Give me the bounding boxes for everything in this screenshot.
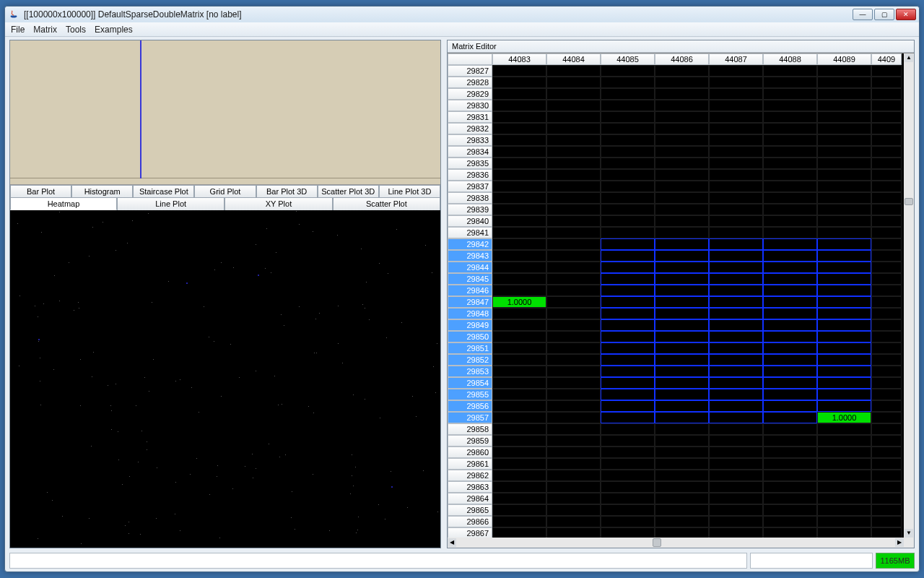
matrix-cell[interactable] <box>817 238 871 250</box>
matrix-grid[interactable]: 4408344084440854408644087440884408944092… <box>448 53 914 548</box>
matrix-cell[interactable] <box>817 319 871 331</box>
row-header[interactable]: 29851 <box>448 342 492 354</box>
matrix-cell[interactable] <box>763 88 817 100</box>
matrix-cell[interactable] <box>492 204 546 215</box>
matrix-cell[interactable] <box>763 111 817 123</box>
tab-heatmap[interactable]: Heatmap <box>10 197 117 210</box>
matrix-cell[interactable] <box>709 493 763 504</box>
matrix-cell[interactable] <box>601 88 655 100</box>
matrix-cell[interactable] <box>763 296 817 308</box>
matrix-cell[interactable] <box>492 400 546 412</box>
titlebar[interactable]: [[100000x100000]] DefaultSparseDoubleMat… <box>5 7 919 22</box>
matrix-cell[interactable] <box>871 285 902 296</box>
matrix-cell[interactable] <box>601 400 655 412</box>
matrix-cell[interactable] <box>709 158 763 169</box>
matrix-cell[interactable] <box>763 238 817 250</box>
matrix-cell[interactable] <box>871 238 902 250</box>
matrix-cell[interactable] <box>709 435 763 447</box>
row-header[interactable]: 29854 <box>448 377 492 389</box>
matrix-cell[interactable] <box>492 319 546 331</box>
matrix-cell[interactable] <box>763 389 817 400</box>
matrix-cell[interactable] <box>492 366 546 377</box>
matrix-cell[interactable] <box>546 423 601 435</box>
matrix-cell[interactable] <box>601 227 655 238</box>
matrix-cell[interactable] <box>871 134 902 146</box>
row-header[interactable]: 29842 <box>448 238 492 250</box>
matrix-cell[interactable] <box>601 493 655 504</box>
row-header[interactable]: 29840 <box>448 215 492 227</box>
matrix-cell[interactable] <box>601 377 655 389</box>
matrix-cell[interactable] <box>817 447 871 458</box>
menu-tools[interactable]: Tools <box>66 25 86 35</box>
matrix-cell[interactable] <box>601 516 655 527</box>
row-header[interactable]: 29861 <box>448 458 492 470</box>
matrix-cell[interactable] <box>601 65 655 77</box>
matrix-cell[interactable] <box>709 504 763 516</box>
matrix-cell[interactable] <box>492 331 546 342</box>
matrix-cell[interactable] <box>546 493 601 504</box>
row-header[interactable]: 29856 <box>448 400 492 412</box>
maximize-button[interactable]: ▢ <box>874 9 894 20</box>
matrix-cell[interactable] <box>546 123 601 134</box>
matrix-cell[interactable] <box>709 342 763 354</box>
matrix-cell[interactable] <box>709 366 763 377</box>
menu-file[interactable]: File <box>11 25 25 35</box>
row-header[interactable]: 29833 <box>448 134 492 146</box>
matrix-cell[interactable] <box>871 88 902 100</box>
matrix-cell[interactable] <box>709 192 763 204</box>
matrix-cell[interactable] <box>546 412 601 423</box>
matrix-cell[interactable] <box>817 227 871 238</box>
tab-scatter-plot[interactable]: Scatter Plot <box>333 197 440 210</box>
matrix-cell[interactable] <box>871 354 902 366</box>
matrix-cell[interactable] <box>817 169 871 181</box>
matrix-cell[interactable] <box>546 238 601 250</box>
matrix-cell[interactable] <box>763 134 817 146</box>
row-header[interactable]: 29838 <box>448 192 492 204</box>
matrix-cell[interactable] <box>817 308 871 319</box>
matrix-cell[interactable] <box>871 516 902 527</box>
matrix-cell[interactable] <box>871 296 902 308</box>
matrix-cell[interactable] <box>709 262 763 273</box>
matrix-cell[interactable] <box>492 516 546 527</box>
matrix-cell[interactable] <box>601 504 655 516</box>
row-header[interactable]: 29864 <box>448 493 492 504</box>
matrix-cell[interactable] <box>655 100 709 111</box>
matrix-cell[interactable] <box>546 354 601 366</box>
matrix-cell[interactable] <box>601 447 655 458</box>
matrix-cell[interactable] <box>601 100 655 111</box>
column-header[interactable]: 44086 <box>655 53 709 65</box>
scroll-left-icon[interactable]: ◀ <box>448 538 456 547</box>
matrix-cell[interactable] <box>492 308 546 319</box>
matrix-cell[interactable] <box>601 204 655 215</box>
matrix-cell[interactable] <box>763 377 817 389</box>
matrix-cell[interactable] <box>546 250 601 262</box>
row-header[interactable]: 29855 <box>448 389 492 400</box>
row-header[interactable]: 29831 <box>448 111 492 123</box>
row-header[interactable]: 29829 <box>448 88 492 100</box>
matrix-cell[interactable] <box>601 435 655 447</box>
row-header[interactable]: 29848 <box>448 308 492 319</box>
matrix-cell[interactable] <box>763 181 817 192</box>
matrix-cell[interactable] <box>601 331 655 342</box>
matrix-cell[interactable] <box>817 342 871 354</box>
matrix-cell[interactable] <box>655 470 709 481</box>
matrix-cell[interactable] <box>492 169 546 181</box>
matrix-cell[interactable] <box>601 111 655 123</box>
matrix-cell[interactable] <box>817 77 871 88</box>
matrix-cell[interactable] <box>655 493 709 504</box>
matrix-cell[interactable] <box>709 516 763 527</box>
matrix-cell[interactable] <box>709 285 763 296</box>
matrix-cell[interactable] <box>492 354 546 366</box>
matrix-cell[interactable] <box>817 470 871 481</box>
matrix-cell[interactable] <box>655 88 709 100</box>
matrix-cell[interactable] <box>655 319 709 331</box>
matrix-cell[interactable] <box>817 481 871 493</box>
matrix-cell[interactable] <box>763 400 817 412</box>
matrix-cell[interactable] <box>492 423 546 435</box>
row-header[interactable]: 29839 <box>448 204 492 215</box>
row-header[interactable]: 29844 <box>448 262 492 273</box>
matrix-cell[interactable] <box>492 447 546 458</box>
matrix-cell[interactable] <box>601 262 655 273</box>
matrix-cell[interactable] <box>763 516 817 527</box>
matrix-cell[interactable] <box>709 377 763 389</box>
